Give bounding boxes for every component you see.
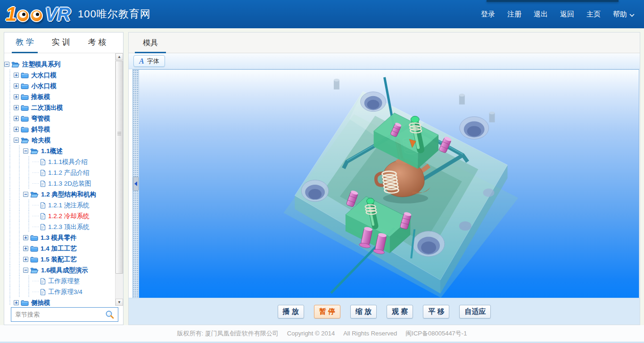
tree-item[interactable]: 1.2.3 顶出系统 — [4, 221, 115, 232]
collapse-minus-icon[interactable]: − — [23, 192, 28, 197]
nav-link-register[interactable]: 注册 — [507, 10, 521, 19]
tree-item-label: 1.3 模具零件 — [41, 234, 77, 242]
tree-item-label: 小水口模 — [31, 82, 57, 90]
scroll-up-icon[interactable]: ▲ — [116, 53, 123, 60]
nav-link-back[interactable]: 返回 — [560, 10, 574, 19]
expand-plus-icon[interactable]: + — [14, 83, 19, 89]
tree-item[interactable]: +1.4 加工工艺 — [4, 243, 115, 254]
expand-plus-icon[interactable]: + — [14, 94, 19, 99]
model-viewer[interactable] — [132, 69, 639, 299]
tree-item[interactable]: 1.1.1模具介绍 — [4, 156, 115, 167]
expand-plus-icon[interactable]: + — [23, 235, 28, 240]
chapter-search-input[interactable] — [11, 311, 105, 318]
tree-guide-line — [4, 91, 14, 102]
scrollbar-grip — [117, 132, 121, 136]
doc-icon — [40, 213, 46, 220]
tab-mold[interactable]: 模具 — [133, 33, 167, 53]
tree-guide-line — [14, 276, 23, 286]
tree-item-label: 斜导模 — [31, 125, 50, 134]
tree-item[interactable]: +二次顶出模 — [4, 102, 115, 113]
nav-link-logout[interactable]: 退出 — [534, 10, 548, 19]
tree-guide-line — [4, 200, 14, 211]
sidebar-splitter[interactable] — [133, 70, 139, 298]
tree-connector — [33, 162, 39, 162]
tree-item[interactable]: +斜导模 — [4, 124, 115, 135]
sidebar-tab-training[interactable]: 实 训 — [50, 33, 72, 53]
footer-text: All Rights Reserved — [343, 330, 397, 337]
zoom-button[interactable]: 缩 放 — [350, 305, 377, 318]
tree-item[interactable]: −1.6模具成型演示 — [4, 265, 115, 276]
nav-link-help[interactable]: 帮助 — [613, 10, 635, 19]
tree-item[interactable]: +小水口模 — [4, 81, 115, 91]
nav-link-label: 注册 — [507, 10, 521, 19]
tree-guide-line — [23, 200, 33, 211]
expand-plus-icon[interactable]: + — [14, 127, 19, 132]
folder-icon — [21, 105, 29, 111]
magnifier-icon[interactable] — [105, 310, 115, 319]
scrollbar-thumb[interactable] — [116, 61, 123, 274]
font-button[interactable]: A 字体 — [133, 55, 165, 67]
tree-scrollbar[interactable]: ▲ ▼ — [115, 53, 123, 306]
tree-guide-line — [4, 124, 14, 135]
expand-plus-icon[interactable]: + — [23, 246, 28, 251]
tree-item[interactable]: −哈夫模 — [4, 135, 115, 146]
site-logo[interactable]: 1 VR 100唯尔教育网 — [6, 0, 151, 28]
folder-open-icon — [30, 267, 39, 273]
collapse-minus-icon[interactable]: − — [23, 148, 28, 154]
play-button[interactable]: 播 放 — [278, 305, 304, 318]
tree-item[interactable]: −注塑模具系列 — [4, 59, 115, 70]
tree-item[interactable]: 1.2.1 浇注系统 — [4, 200, 115, 211]
tree-item-label: 哈夫模 — [32, 136, 51, 145]
tree-guide-line — [23, 167, 33, 178]
tree-guide-line — [4, 156, 14, 167]
pan-button[interactable]: 平 移 — [423, 305, 449, 318]
tree-item[interactable]: 1.1.3 2D总装图 — [4, 178, 115, 189]
expand-plus-icon[interactable]: + — [14, 300, 19, 305]
tree-item[interactable]: +1.5 装配工艺 — [4, 254, 115, 265]
pause-button[interactable]: 暂 停 — [314, 305, 340, 318]
folder-icon — [21, 126, 29, 132]
folder-icon — [21, 83, 29, 89]
scroll-down-icon[interactable]: ▼ — [116, 299, 123, 306]
doc-icon — [40, 202, 46, 209]
tree-item[interactable]: −1.1概述 — [4, 146, 115, 156]
tree-item[interactable]: 1.1.2 产品介绍 — [4, 167, 115, 178]
tree-guide-line — [4, 221, 14, 232]
tree-item[interactable]: +大水口模 — [4, 70, 115, 81]
tree-item[interactable]: −1.2 典型结构和机构 — [4, 189, 115, 200]
observe-button[interactable]: 观 察 — [387, 305, 413, 318]
tree-connector — [33, 292, 39, 292]
tree-guide-line — [23, 178, 33, 189]
tree-item-label: 1.1.3 2D总装图 — [48, 180, 91, 188]
expand-plus-icon[interactable]: + — [14, 105, 19, 110]
injection-mold-3d-model[interactable] — [133, 70, 639, 298]
nav-link-home[interactable]: 主页 — [586, 10, 601, 19]
tree-guide-line — [14, 146, 23, 156]
collapse-minus-icon[interactable]: − — [14, 138, 19, 143]
expand-plus-icon[interactable]: + — [23, 257, 28, 262]
tree-item[interactable]: +侧抽模 — [4, 297, 115, 306]
sidebar-tab-assessment[interactable]: 考 核 — [86, 33, 108, 53]
collapse-sidebar-handle[interactable] — [133, 177, 139, 191]
sidebar-tab-teaching[interactable]: 教 学 — [14, 33, 36, 53]
nav-link-login[interactable]: 登录 — [481, 10, 495, 19]
tree-item[interactable]: +推板模 — [4, 91, 115, 102]
tree-item[interactable]: +弯管模 — [4, 113, 115, 124]
tree-item[interactable]: 工作原理整 — [4, 276, 115, 286]
tree-item[interactable]: 1.2.2 冷却系统 — [4, 211, 115, 221]
collapse-minus-icon[interactable]: − — [23, 268, 28, 273]
expand-plus-icon[interactable]: + — [14, 116, 19, 121]
footer-text: Copyright © 2014 — [287, 330, 335, 337]
doc-icon — [40, 159, 46, 165]
autofit-button[interactable]: 自适应 — [459, 305, 491, 318]
corner-bore — [361, 92, 386, 112]
tree-item[interactable]: 工作原理3/4 — [4, 286, 115, 297]
collapse-arrow-icon — [134, 181, 137, 186]
tree-guide-line — [4, 232, 14, 243]
expand-plus-icon[interactable]: + — [14, 73, 19, 78]
tree-item-label: 侧抽模 — [31, 299, 50, 306]
tree-guide-line — [4, 211, 14, 221]
tree-item[interactable]: +1.3 模具零件 — [4, 232, 115, 243]
tree-guide-line — [14, 254, 23, 265]
collapse-minus-icon[interactable]: − — [4, 62, 9, 67]
